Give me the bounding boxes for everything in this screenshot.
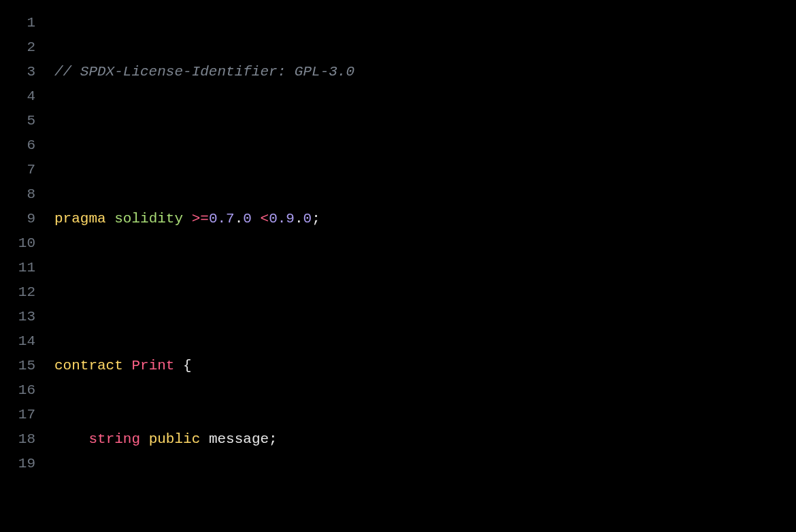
- punct-token: .: [295, 211, 303, 227]
- line-number: 1: [0, 11, 35, 35]
- keyword-token: pragma: [54, 211, 106, 227]
- punct-token: ;: [269, 431, 278, 447]
- number-token: 0: [243, 211, 252, 227]
- number-token: 0.7: [209, 211, 235, 227]
- line-number: 4: [0, 84, 35, 109]
- punct-token: {: [174, 358, 191, 373]
- number-token: 0.9: [269, 211, 295, 227]
- line-number: 11: [0, 256, 35, 280]
- code-line[interactable]: [54, 501, 796, 525]
- code-content[interactable]: // SPDX-License-Identifier: GPL-3.0 prag…: [54, 11, 796, 532]
- line-number: 16: [0, 378, 35, 403]
- code-line[interactable]: string public message;: [54, 427, 796, 452]
- space-token: [252, 211, 261, 227]
- identifier-token: solidity: [114, 211, 183, 227]
- keyword-token: public: [149, 431, 201, 447]
- punct-token: ;: [312, 211, 320, 227]
- line-number: 13: [0, 305, 35, 329]
- code-line[interactable]: contract Print {: [54, 354, 796, 378]
- identifier-token: message: [209, 431, 269, 447]
- type-token: string: [88, 431, 140, 447]
- number-token: 0: [303, 211, 312, 227]
- line-number: 2: [0, 35, 35, 60]
- line-number: 9: [0, 207, 35, 231]
- code-line[interactable]: [54, 280, 796, 305]
- operator-token: >=: [192, 211, 209, 227]
- line-number: 17: [0, 403, 35, 427]
- code-line[interactable]: // SPDX-License-Identifier: GPL-3.0: [54, 60, 796, 84]
- line-number: 18: [0, 427, 35, 452]
- line-number: 3: [0, 60, 35, 84]
- line-number: 5: [0, 109, 35, 133]
- line-number: 10: [0, 231, 35, 256]
- punct-token: .: [235, 211, 244, 227]
- line-number: 8: [0, 182, 35, 207]
- code-line[interactable]: [54, 133, 796, 158]
- line-number: 6: [0, 133, 35, 158]
- indent-token: [54, 431, 88, 447]
- operator-token: <: [261, 211, 269, 227]
- keyword-token: contract: [54, 358, 123, 373]
- line-number: 19: [0, 452, 35, 476]
- line-number-gutter: 1 2 3 4 5 6 7 8 9 10 11 12 13 14 15 16 1…: [0, 11, 54, 532]
- comment-token: // SPDX-License-Identifier: GPL-3.0: [54, 64, 354, 80]
- line-number: 7: [0, 158, 35, 182]
- classname-token: Print: [131, 358, 174, 373]
- line-number: 15: [0, 354, 35, 378]
- code-line[interactable]: pragma solidity >=0.7.0 <0.9.0;: [54, 207, 796, 231]
- line-number: 14: [0, 329, 35, 354]
- line-number: 12: [0, 280, 35, 305]
- code-editor[interactable]: 1 2 3 4 5 6 7 8 9 10 11 12 13 14 15 16 1…: [0, 11, 796, 532]
